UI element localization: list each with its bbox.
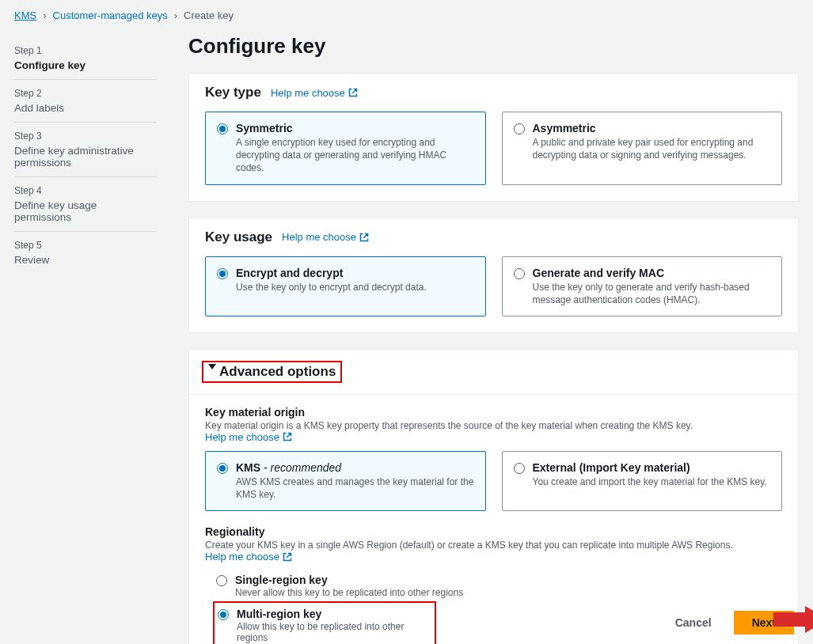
key-usage-heading: Key usage [205, 229, 272, 245]
breadcrumb-cmk[interactable]: Customer-managed keys [53, 9, 168, 21]
key-type-heading: Key type [205, 85, 261, 100]
radio-icon [216, 575, 227, 586]
key-material-origin-heading: Key material origin [205, 406, 782, 419]
caret-down-icon [208, 364, 216, 369]
breadcrumb-kms[interactable]: KMS [14, 9, 36, 21]
radio-icon [514, 463, 525, 474]
step-review[interactable]: Step 5 Review [14, 232, 157, 274]
external-link-icon [283, 432, 292, 441]
page-title: Configure key [188, 34, 799, 59]
cancel-button[interactable]: Cancel [667, 612, 720, 634]
regionality-heading: Regionality [205, 525, 782, 538]
radio-icon [514, 268, 525, 279]
svg-marker-0 [773, 606, 813, 633]
radio-icon [217, 268, 228, 279]
external-link-icon [359, 233, 369, 242]
radio-multi-region[interactable]: Multi-region key Allow this key to be re… [216, 604, 430, 644]
wizard-steps: Step 1 Configure key Step 2 Add labels S… [14, 26, 157, 644]
radio-encrypt-decrypt[interactable]: Encrypt and decrypt Use the key only to … [205, 256, 486, 316]
chevron-right-icon: › [174, 9, 177, 21]
radio-asymmetric[interactable]: Asymmetric A public and private key pair… [502, 112, 783, 185]
regionality-desc: Create your KMS key in a single AWS Regi… [205, 540, 782, 563]
key-material-origin-desc: Key material origin is a KMS key propert… [205, 420, 782, 443]
step-define-admin-perms[interactable]: Step 3 Define key administrative permiss… [14, 123, 157, 177]
radio-icon [218, 609, 229, 620]
panel-key-type: Key type Help me choose Symmetric A sing… [188, 73, 799, 202]
help-link-key-usage[interactable]: Help me choose [282, 231, 369, 243]
advanced-options-toggle[interactable]: Advanced options [189, 350, 358, 394]
panel-advanced-options: Advanced options Key material origin Key… [188, 349, 799, 644]
step-define-usage-perms[interactable]: Step 4 Define key usage permissions [14, 177, 157, 232]
step-add-labels[interactable]: Step 2 Add labels [14, 80, 157, 123]
radio-icon [217, 123, 228, 134]
step-configure-key[interactable]: Step 1 Configure key [14, 37, 157, 80]
panel-key-usage: Key usage Help me choose Encrypt and dec… [188, 218, 799, 333]
radio-generate-verify-mac[interactable]: Generate and verify MAC Use the key only… [502, 256, 783, 316]
radio-external-origin[interactable]: External (Import Key material) You creat… [502, 451, 783, 511]
radio-single-region[interactable]: Single-region key Never allow this key t… [205, 570, 782, 601]
breadcrumb: KMS › Customer-managed keys › Create key [0, 0, 813, 26]
help-link-regionality[interactable]: Help me choose [205, 551, 292, 563]
annotation-arrow-icon [773, 606, 813, 636]
help-link-origin[interactable]: Help me choose [205, 431, 292, 443]
external-link-icon [283, 552, 292, 562]
radio-icon [217, 463, 228, 474]
chevron-right-icon: › [43, 9, 46, 21]
radio-icon [514, 123, 525, 134]
external-link-icon [348, 88, 358, 97]
radio-kms-origin[interactable]: KMS - recommended AWS KMS creates and ma… [205, 451, 486, 511]
breadcrumb-current: Create key [184, 9, 234, 21]
radio-symmetric[interactable]: Symmetric A single encryption key used f… [205, 112, 486, 185]
help-link-key-type[interactable]: Help me choose [271, 87, 358, 99]
